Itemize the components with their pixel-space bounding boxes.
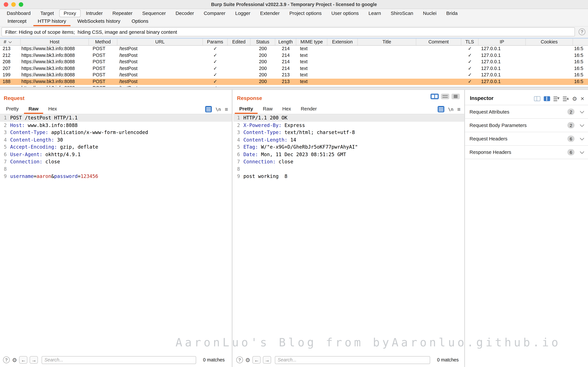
main-tab-nuclei[interactable]: Nuclei	[418, 9, 441, 17]
response-tab-raw[interactable]: Raw	[258, 105, 277, 114]
request-tab-hex[interactable]: Hex	[44, 105, 61, 114]
column-header-cookies[interactable]: Cookies	[526, 39, 573, 45]
proxy-tab-http-history[interactable]: HTTP history	[33, 17, 71, 26]
history-row[interactable]: 188https://www.bk3.info:8088POST/testPos…	[0, 78, 588, 85]
request-code-line[interactable]: 4Content-Length: 30	[0, 136, 232, 143]
request-search-input[interactable]	[42, 356, 196, 364]
request-code-line[interactable]: 7Connection: close	[0, 158, 232, 166]
search-prev-button[interactable]: ←	[252, 356, 261, 364]
main-tab-logger[interactable]: Logger	[231, 9, 255, 17]
column-header-extension[interactable]: Extension	[327, 39, 358, 45]
request-code-line[interactable]: 1POST /testPost HTTP/1.1	[0, 114, 232, 122]
help-icon[interactable]: ?	[579, 28, 585, 35]
request-tab-raw[interactable]: Raw	[24, 105, 43, 114]
search-settings-gear-icon[interactable]: ⚙	[245, 357, 250, 363]
column-header-ip[interactable]: IP	[479, 39, 526, 45]
response-search-input[interactable]	[275, 356, 430, 364]
response-tab-hex[interactable]: Hex	[278, 105, 295, 114]
main-tab-target[interactable]: Target	[36, 9, 58, 17]
column-header-edited[interactable]: Edited	[228, 39, 250, 45]
main-tab-shiroscan[interactable]: ShiroScan	[386, 9, 418, 17]
show-newlines-button[interactable]: \n	[448, 107, 453, 112]
main-tab-intruder[interactable]: Intruder	[81, 9, 107, 17]
word-wrap-icon[interactable]	[205, 106, 212, 112]
response-code-line[interactable]: 2X-Powered-By: Express	[233, 122, 464, 129]
main-tab-project-options[interactable]: Project options	[285, 9, 326, 17]
show-newlines-button[interactable]: \n	[216, 107, 221, 112]
history-row[interactable]: 199https://www.bk3.info:8088POST/testPos…	[0, 72, 588, 78]
request-code-line[interactable]: 6User-Agent: okhttp/4.9.1	[0, 151, 232, 158]
column-header-tls[interactable]: TLS	[461, 39, 478, 45]
horizontal-splitter[interactable]	[0, 87, 588, 90]
response-code-line[interactable]: 9post working 8	[233, 173, 464, 180]
column-header-length[interactable]: Length	[275, 39, 296, 45]
close-icon[interactable]: ×	[580, 96, 584, 102]
column-header-method[interactable]: Method	[89, 39, 117, 45]
main-tab-proxy[interactable]: Proxy	[59, 9, 81, 17]
column-header-time[interactable]: #	[0, 39, 21, 45]
request-code-line[interactable]: 3Content-Type: application/x-www-form-ur…	[0, 129, 232, 136]
dock-outline-icon[interactable]	[534, 96, 540, 101]
column-header-params[interactable]: Params	[203, 39, 228, 45]
filter-bar[interactable]: Filter: Hiding out of scope items; hidin…	[1, 27, 575, 36]
word-wrap-icon[interactable]	[438, 106, 444, 112]
response-code-line[interactable]: 3Content-Type: text/html; charset=utf-8	[233, 129, 464, 136]
history-row[interactable]: 208https://www.bk3.info:8088POST/testPos…	[0, 59, 588, 65]
layout-rows-icon[interactable]	[441, 93, 449, 99]
main-tab-repeater[interactable]: Repeater	[108, 9, 137, 17]
column-header-time[interactable]	[573, 39, 588, 45]
main-tab-decoder[interactable]: Decoder	[171, 9, 199, 17]
response-code-line[interactable]: 4Content-Length: 14	[233, 136, 464, 143]
proxy-tab-websockets-history[interactable]: WebSockets history	[73, 17, 125, 26]
column-header-mime-type[interactable]: MIME type	[296, 39, 328, 45]
layout-columns-icon[interactable]	[431, 93, 439, 99]
history-row[interactable]: 207https://www.bk3.info:8088POST/testPos…	[0, 65, 588, 72]
main-tab-comparer[interactable]: Comparer	[199, 9, 230, 17]
close-window-button[interactable]	[4, 2, 8, 7]
response-code-line[interactable]: 5ETag: W/"e-x9G+D/GheRbJr5oKF77pwrAhyAI"	[233, 143, 464, 151]
main-tab-user-options[interactable]: User options	[327, 9, 363, 17]
minimize-window-button[interactable]	[11, 2, 16, 7]
response-code-line[interactable]: 7Connection: close	[233, 158, 464, 166]
column-header-host[interactable]: Host	[21, 39, 89, 45]
main-tab-dashboard[interactable]: Dashboard	[2, 9, 35, 17]
main-tab-extender[interactable]: Extender	[256, 9, 284, 17]
inspector-section-request-body-parameters[interactable]: Request Body Parameters2	[465, 119, 588, 132]
request-code-line[interactable]: 8	[0, 165, 232, 173]
request-code-line[interactable]: 2Host: www.bk3.info:8088	[0, 122, 232, 129]
editor-menu-icon[interactable]: ≡	[225, 106, 228, 112]
inspector-section-response-headers[interactable]: Response Headers6	[465, 146, 588, 159]
response-code-line[interactable]: 6Date: Mon, 11 Dec 2023 08:51:25 GMT	[233, 151, 464, 158]
proxy-tab-options[interactable]: Options	[127, 17, 153, 26]
history-row[interactable]: 212https://www.bk3.info:8088POST/testPos…	[0, 52, 588, 59]
inspector-settings-gear-icon[interactable]: ⚙	[572, 96, 577, 101]
request-code-line[interactable]: 5Accept-Encoding: gzip, deflate	[0, 143, 232, 151]
layout-single-icon[interactable]	[451, 93, 460, 99]
main-tab-learn[interactable]: Learn	[364, 9, 386, 17]
dock-filled-icon[interactable]	[544, 96, 550, 101]
column-header-comment[interactable]: Comment	[416, 39, 461, 45]
expand-all-icon[interactable]	[563, 96, 569, 101]
column-header-url[interactable]: URL	[117, 39, 203, 45]
search-prev-button[interactable]: ←	[19, 356, 27, 364]
request-tab-pretty[interactable]: Pretty	[1, 105, 23, 114]
main-tab-sequencer[interactable]: Sequencer	[138, 9, 171, 17]
request-code-line[interactable]: 9username=aaron&password=123456	[0, 173, 232, 180]
collapse-all-icon[interactable]	[553, 96, 560, 101]
search-help-icon[interactable]: ?	[236, 357, 243, 363]
proxy-tab-intercept[interactable]: Intercept	[3, 17, 31, 26]
response-tab-pretty[interactable]: Pretty	[235, 105, 258, 114]
response-code-line[interactable]: 1HTTP/1.1 200 OK	[233, 114, 464, 122]
search-help-icon[interactable]: ?	[3, 357, 10, 363]
history-row[interactable]: https://www.bk3.info:8088POST/testPost✓	[0, 85, 588, 87]
response-code-line[interactable]: 8	[233, 165, 464, 173]
main-tab-brida[interactable]: Brida	[442, 9, 462, 17]
search-next-button[interactable]: →	[263, 356, 271, 364]
inspector-section-request-headers[interactable]: Request Headers6	[465, 132, 588, 146]
history-row[interactable]: 213https://www.bk3.info:8088POST/testPos…	[0, 46, 588, 52]
search-next-button[interactable]: →	[30, 356, 38, 364]
zoom-window-button[interactable]	[19, 2, 23, 7]
editor-menu-icon[interactable]: ≡	[457, 106, 460, 112]
search-settings-gear-icon[interactable]: ⚙	[12, 357, 17, 363]
column-header-title[interactable]: Title	[358, 39, 416, 45]
